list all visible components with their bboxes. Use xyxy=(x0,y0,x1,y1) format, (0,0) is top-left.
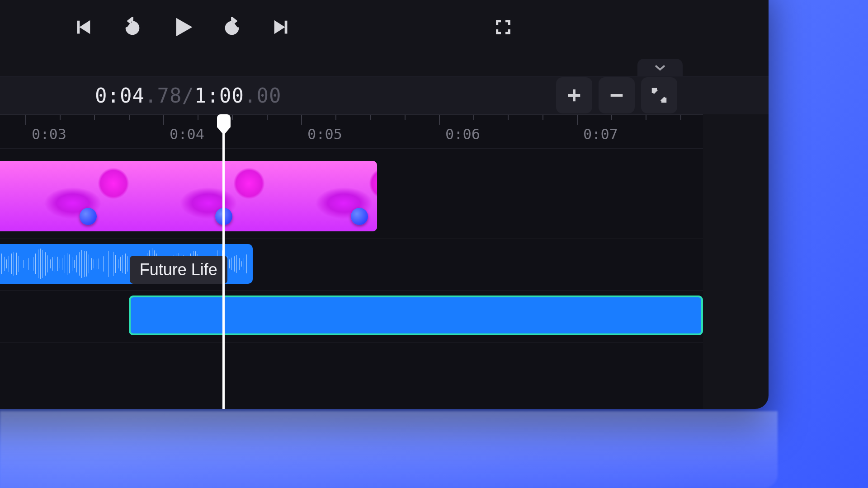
skip-next-button[interactable] xyxy=(269,15,294,40)
video-thumbnail xyxy=(0,161,19,231)
timecode-bar: 0:04.78 / 1:00.00 xyxy=(0,76,769,114)
video-track xyxy=(0,161,703,231)
ruler-label: 0:03 xyxy=(32,126,66,143)
ruler-label: 0:05 xyxy=(307,126,342,143)
tracks-area[interactable]: Future Life Future Life xyxy=(0,148,703,409)
playhead[interactable] xyxy=(222,114,225,409)
timecode-display: 0:04.78 / 1:00.00 xyxy=(95,84,281,107)
video-clip[interactable] xyxy=(0,161,377,231)
ruler-label: 0:07 xyxy=(583,126,618,143)
total-time-main: 1:00 xyxy=(194,84,244,107)
zoom-in-button[interactable] xyxy=(556,77,592,113)
playback-toolbar: 5 5 xyxy=(0,2,769,52)
video-thumbnail xyxy=(19,161,154,231)
zoom-out-button[interactable] xyxy=(599,77,635,113)
audio-track-2 xyxy=(0,296,703,335)
collapse-timeline-button[interactable] xyxy=(637,59,683,76)
tooltip-text: Future Life xyxy=(140,260,217,279)
current-time-main: 0:04 xyxy=(95,84,145,107)
reflection-decor xyxy=(0,411,778,488)
svg-text:5: 5 xyxy=(131,24,134,31)
ruler-label: 0:04 xyxy=(170,126,204,143)
timeline-ruler[interactable]: 0:030:040:050:060:07 xyxy=(0,114,703,148)
skip-previous-button[interactable] xyxy=(70,15,95,40)
audio-track-1: Future Life xyxy=(0,244,703,284)
fullscreen-button[interactable] xyxy=(491,15,515,40)
waveform xyxy=(129,296,703,335)
audio-clip-dragging[interactable] xyxy=(129,296,703,335)
video-thumbnail xyxy=(154,161,290,231)
ruler-label: 0:06 xyxy=(445,126,480,143)
rewind-5s-button[interactable]: 5 xyxy=(120,15,145,40)
zoom-fit-button[interactable] xyxy=(641,77,677,113)
video-thumbnail xyxy=(290,161,377,231)
timecode-separator: / xyxy=(182,84,194,107)
total-time-frac: .00 xyxy=(244,84,281,107)
clip-tooltip: Future Life xyxy=(130,256,227,284)
forward-5s-button[interactable]: 5 xyxy=(219,15,244,40)
svg-text:5: 5 xyxy=(230,24,233,31)
editor-window: 5 5 0:04.78 / 1:00.00 xyxy=(0,0,769,409)
play-button[interactable] xyxy=(170,15,194,40)
current-time-frac: .78 xyxy=(145,84,182,107)
